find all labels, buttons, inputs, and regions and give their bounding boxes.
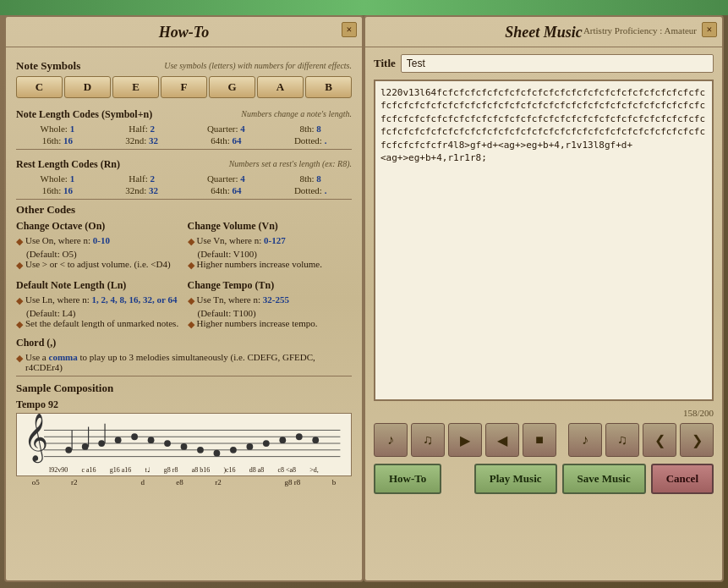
note-d[interactable]: D <box>64 76 111 98</box>
svg-point-11 <box>148 437 155 443</box>
icon-btn-2[interactable]: ♫ <box>411 423 445 457</box>
sample-tempo: Tempo 92 <box>16 398 352 411</box>
svg-point-17 <box>246 443 253 450</box>
note-16th: 16th: 16 <box>16 135 99 146</box>
volume-bullet-1: ◆ Use Vn, where n: 0-127 <box>188 235 353 247</box>
rest-whole: Whole: 1 <box>16 173 99 184</box>
svg-point-14 <box>197 447 204 453</box>
note-half: Half: 2 <box>101 124 183 134</box>
chord-title: Chord (,) <box>16 337 352 349</box>
bullet-icon-6: ◆ <box>16 319 23 330</box>
icon-btn-play[interactable]: ▶ <box>448 423 482 457</box>
change-volume-block: Change Volume (Vn) ◆ Use Vn, where n: 0-… <box>188 220 353 272</box>
tempo-bullet-1: ◆ Use Tn, where n: 32-255 <box>188 294 353 306</box>
note-c[interactable]: C <box>16 76 63 98</box>
left-icon-row: ♪ ♫ ▶ ◀ ■ <box>374 423 556 457</box>
note-g[interactable]: G <box>209 76 255 98</box>
divider-3 <box>16 376 352 376</box>
save-music-button[interactable]: Save Music <box>562 464 646 494</box>
chord-bullet: ◆ Use a comma to play up to 3 melodies s… <box>16 352 352 372</box>
note-dotted: Dotted: . <box>269 135 352 146</box>
note-a[interactable]: A <box>257 76 304 98</box>
divider-1 <box>16 149 352 150</box>
title-label: Title <box>374 57 396 70</box>
default-note-length-block: Default Note Length (Ln) ◆ Use Ln, where… <box>16 279 181 332</box>
how-to-button[interactable]: How-To <box>374 464 441 494</box>
note-length-note: Numbers change a note's length. <box>241 109 352 118</box>
note-f[interactable]: F <box>161 76 207 98</box>
change-octave-title: Change Octave (On) <box>16 220 181 233</box>
volume-bullet-2: ◆ Higher numbers increase volume. <box>188 259 353 271</box>
sample-composition: Sample Composition Tempo 92 𝄞 <box>16 382 352 486</box>
sheet-music-content: Title l220v13l64fcfcfcfcfcfcfcfcfcfcfcfc… <box>365 47 722 501</box>
note-symbols-desc: Use symbols (letters) with numbers for d… <box>164 61 352 70</box>
note-32nd: 32nd: 32 <box>101 135 183 146</box>
bullet-icon-3: ◆ <box>188 236 194 247</box>
title-row: Title <box>374 54 714 73</box>
right-icon-row: ♪ ♫ ❮ ❯ <box>568 423 714 457</box>
icon-btn-r2[interactable]: ♫ <box>605 423 639 457</box>
length-default: (Default: L4) <box>26 308 181 318</box>
volume-default: (Default: V100) <box>198 249 353 259</box>
play-music-button[interactable]: Play Music <box>474 464 557 494</box>
sheet-music-title: Sheet Music <box>505 24 583 41</box>
icon-btn-1[interactable]: ♪ <box>374 423 408 457</box>
svg-text:𝄞: 𝄞 <box>24 414 48 464</box>
tempo-default: (Default: T100) <box>198 308 353 318</box>
svg-point-8 <box>98 440 105 447</box>
svg-point-18 <box>263 440 270 447</box>
chord-block: Chord (,) ◆ Use a comma to play up to 3 … <box>16 337 352 372</box>
how-to-close-button[interactable]: × <box>342 22 357 37</box>
sheet-music-display: 𝄞 <box>16 413 352 476</box>
rest-length-header: Rest Length Codes (Rn) <box>16 158 120 171</box>
svg-point-20 <box>296 433 303 440</box>
sheet-music-header: Sheet Music Artistry Proficiency : Amate… <box>365 17 722 47</box>
rest-16th: 16th: 16 <box>16 185 99 195</box>
icon-btn-r1[interactable]: ♪ <box>568 423 602 457</box>
how-to-title: How-To <box>159 24 209 41</box>
icon-btn-right[interactable]: ❯ <box>680 423 714 457</box>
icon-btn-prev[interactable]: ◀ <box>485 423 519 457</box>
music-textarea-container: l220v13l64fcfcfcfcfcfcfcfcfcfcfcfcfcfcfc… <box>374 80 714 404</box>
rest-8th: 8th: 8 <box>269 173 352 184</box>
note-length-grid: Whole: 1 Half: 2 Quarter: 4 8th: 8 16th:… <box>16 124 352 146</box>
sheet-music-close-button[interactable]: × <box>702 22 717 37</box>
rest-64th: 64th: 64 <box>185 185 268 195</box>
music-textarea[interactable]: l220v13l64fcfcfcfcfcfcfcfcfcfcfcfcfcfcfc… <box>374 80 714 401</box>
cancel-button[interactable]: Cancel <box>651 464 714 494</box>
title-input[interactable] <box>401 54 714 73</box>
svg-point-19 <box>279 437 286 443</box>
change-octave-block: Change Octave (On) ◆ Use On, where n: 0-… <box>16 220 181 272</box>
note-64th: 64th: 64 <box>185 135 268 146</box>
bullet-icon-2: ◆ <box>16 260 23 271</box>
artistry-proficiency: Artistry Proficiency : Amateur <box>583 25 697 36</box>
note-length-header: Note Length Codes (Symbol+n) <box>16 108 152 121</box>
length-bullet-2: ◆ Set the default length of unmarked not… <box>16 318 181 330</box>
default-note-length-title: Default Note Length (Ln) <box>16 279 181 292</box>
note-b[interactable]: B <box>305 76 352 98</box>
bullet-icon-9: ◆ <box>16 353 23 364</box>
length-bullet-1: ◆ Use Ln, where n: 1, 2, 4, 8, 16, 32, o… <box>16 294 181 306</box>
svg-point-10 <box>131 433 138 440</box>
top-bar <box>0 0 728 15</box>
note-e[interactable]: E <box>112 76 159 98</box>
note-whole: Whole: 1 <box>16 124 99 134</box>
rest-half: Half: 2 <box>101 173 183 184</box>
note-symbols-header: Note Symbols <box>16 59 80 73</box>
icon-btn-stop[interactable]: ■ <box>523 423 556 457</box>
how-to-header: How-To × <box>6 17 362 47</box>
rest-quarter: Quarter: 4 <box>185 173 268 184</box>
action-buttons: Play Music Save Music Cancel <box>474 464 714 494</box>
bullet-icon-8: ◆ <box>188 319 194 330</box>
icon-btn-left[interactable]: ❮ <box>643 423 676 457</box>
note-8th: 8th: 8 <box>269 124 352 134</box>
bullet-icon-4: ◆ <box>188 260 194 271</box>
bullet-icon-1: ◆ <box>16 236 23 247</box>
svg-point-21 <box>312 437 319 443</box>
rest-length-note: Numbers set a rest's length (ex: R8). <box>229 159 352 168</box>
note-quarter: Quarter: 4 <box>185 124 268 134</box>
octave-default: (Default: O5) <box>26 249 181 259</box>
octave-bullet-2: ◆ Use > or < to adjust volume. (i.e. <D4… <box>16 259 181 271</box>
svg-point-7 <box>82 443 89 450</box>
note-symbols-row: C D E F G A B <box>16 76 352 98</box>
